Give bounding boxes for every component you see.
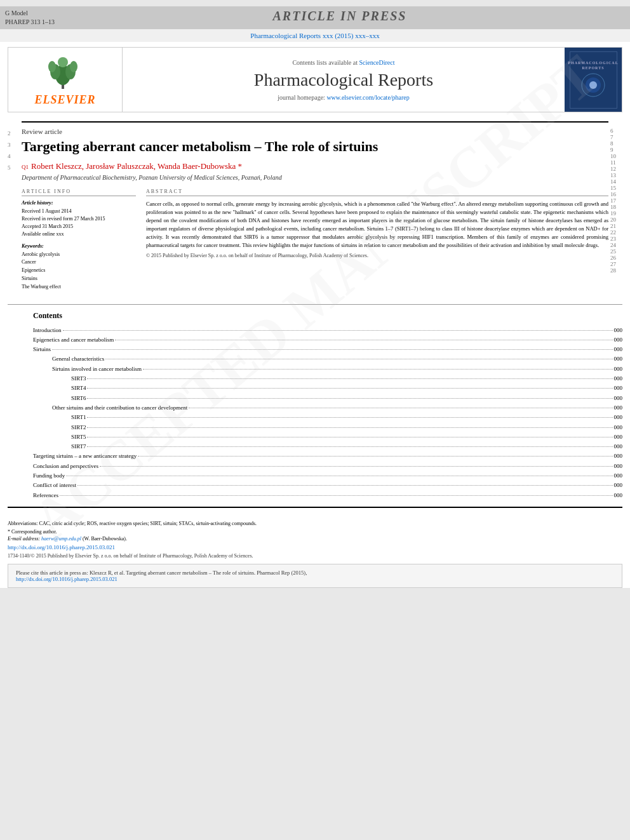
abstract-text: Cancer cells, as opposed to normal cells… — [146, 200, 608, 250]
authors-row: Q1 Robert Kleszcz, Jarosław Paluszczak, … — [22, 161, 608, 174]
toc-targeting: Targeting sirtuins – a new anticancer st… — [8, 451, 622, 461]
svg-point-6 — [58, 57, 68, 67]
main-content: 2 3 4 5 Review article Targeting aberran… — [0, 117, 630, 508]
toc-sirt5: SIRT5 000 — [8, 432, 622, 442]
contents-available-text: Contents lists available at ScienceDirec… — [292, 59, 394, 66]
top-banner: G Model PHAREP 313 1–13 ARTICLE IN PRESS — [0, 6, 630, 29]
cite-doi-link[interactable]: http://dx.doi.org/10.1016/j.pharep.2015.… — [16, 576, 117, 582]
toc-sirt7: SIRT7 000 — [8, 442, 622, 451]
toc-sirt2: SIRT2 000 — [8, 423, 622, 432]
affiliation-text: Department of Pharmaceutical Biochemistr… — [22, 174, 608, 181]
elsevier-logo-area: ELSEVIER — [8, 48, 123, 112]
abbreviations-text: Abbreviations: CAC, citric acid cycle; R… — [8, 521, 622, 526]
toc-conclusion: Conclusion and perspectives 000 — [8, 462, 622, 471]
section-divider — [8, 304, 622, 305]
journal-header: ELSEVIER Contents lists available at Sci… — [8, 47, 622, 112]
toc-general-characteristics: General characteristics 000 — [8, 354, 622, 364]
revised-date: Received in revised form 27 March 2015 — [22, 215, 136, 223]
email-label: E-mail address: — [8, 536, 40, 542]
elsevier-logo: ELSEVIER — [34, 53, 95, 107]
toc-sirt4: SIRT4 000 — [8, 383, 622, 393]
toc-epigenetics: Epigenetics and cancer metabolism 000 — [8, 335, 622, 345]
contents-section: Contents Introduction 000 Epigenetics an… — [8, 311, 622, 500]
pharep-logo-icon — [580, 72, 606, 98]
contents-title: Contents — [8, 311, 622, 321]
keyword-1: Aerobic glycolysis — [22, 251, 136, 259]
journal-url[interactable]: www.elsevier.com/locate/pharep — [326, 94, 409, 101]
toc-sirt3: SIRT3 000 — [8, 374, 622, 383]
toc-introduction: Introduction 000 — [8, 326, 622, 335]
toc-funding: Funding body 000 — [8, 471, 622, 481]
toc-sirt1: SIRT1 000 — [8, 413, 622, 422]
keywords-label: Keywords: — [22, 243, 136, 249]
cite-box: Please cite this article in press as: Kl… — [8, 564, 622, 588]
copyright-footer: 1734-1140/© 2015 Published by Elsevier S… — [8, 553, 622, 559]
journal-homepage: journal homepage: www.elsevier.com/locat… — [278, 94, 410, 101]
toc-sirt6: SIRT6 000 — [8, 394, 622, 403]
elsevier-text: ELSEVIER — [34, 93, 95, 107]
article-info-col: ARTICLE INFO Article history: Received 1… — [22, 189, 136, 291]
abstract-col: ABSTRACT Cancer cells, as opposed to nor… — [146, 189, 608, 291]
title-divider — [22, 121, 608, 123]
keyword-5: The Warburg effect — [22, 283, 136, 291]
authors-list: Robert Kleszcz, Jarosław Paluszczak, Wan… — [31, 161, 242, 171]
abstract-header: ABSTRACT — [146, 189, 608, 196]
article-info-abstract: ARTICLE INFO Article history: Received 1… — [22, 189, 608, 291]
article-info-header: ARTICLE INFO — [22, 189, 136, 196]
right-line-numbers: 6 7 8 9 10 11 12 13 14 15 16 17 18 19 20… — [608, 117, 622, 299]
journal-bar-text: Pharmacological Reports xxx (2015) xxx–x… — [250, 32, 379, 39]
corresponding-note: * Corresponding author. — [8, 529, 622, 535]
g-model-label: G Model — [5, 9, 55, 18]
article-section: 2 3 4 5 Review article Targeting aberran… — [8, 117, 622, 299]
svg-point-5 — [70, 61, 77, 72]
abstract-copyright: © 2015 Published by Elsevier Sp. z o.o. … — [146, 253, 608, 258]
journal-logo-area: PHARMACOLOGICAL REPORTS — [565, 48, 622, 112]
journal-title-area: Contents lists available at ScienceDirec… — [123, 48, 565, 112]
email-suffix: (W. Baer-Dubowska). — [83, 536, 127, 542]
toc-conflict: Conflict of interest 000 — [8, 481, 622, 490]
footer-section-divider — [8, 507, 622, 508]
toc-other-sirtuins: Other sirtuins and their contribution to… — [8, 403, 622, 413]
available-date: Available online xxx — [22, 230, 136, 238]
article-in-press-label: ARTICLE IN PRESS — [55, 9, 625, 23]
q1-badge: Q1 — [22, 164, 29, 170]
pharep-label: PHAREP 313 1–13 — [5, 18, 55, 27]
article-body: Review article Targeting aberrant cancer… — [22, 117, 608, 299]
footer-section: Abbreviations: CAC, citric acid cycle; R… — [0, 521, 630, 559]
article-history-label: Article history: — [22, 200, 136, 206]
keyword-3: Epigenetics — [22, 267, 136, 275]
doi-link[interactable]: http://dx.doi.org/10.1016/j.pharep.2015.… — [8, 544, 622, 550]
cite-text: Please cite this article in press as: Kl… — [16, 570, 307, 576]
toc-sirtuins: Sirtuins 000 — [8, 345, 622, 354]
keyword-2: Cancer — [22, 258, 136, 267]
toc-sirtuins-cancer: Sirtuins involved in cancer metabolism 0… — [8, 364, 622, 374]
sciencedirect-link[interactable]: ScienceDirect — [359, 59, 394, 66]
email-row: E-mail address: haerw@ump.edu.pl (W. Bae… — [8, 536, 622, 542]
toc-references: References 000 — [8, 491, 622, 500]
email-address[interactable]: haerw@ump.edu.pl — [41, 536, 81, 542]
svg-point-9 — [589, 81, 597, 89]
article-title: Targeting aberrant cancer metabolism – T… — [22, 138, 608, 156]
elsevier-tree-icon — [43, 53, 87, 91]
model-info: G Model PHAREP 313 1–13 — [5, 9, 55, 27]
keyword-4: Sirtuins — [22, 275, 136, 283]
left-line-numbers: 2 3 4 5 — [8, 117, 22, 299]
received-date: Received 1 August 2014 — [22, 208, 136, 215]
journal-name: Pharmacological Reports — [254, 70, 433, 90]
accepted-date: Accepted 31 March 2015 — [22, 223, 136, 230]
journal-logo-box: PHARMACOLOGICAL REPORTS — [570, 51, 617, 109]
svg-point-4 — [48, 61, 56, 72]
journal-bar: Pharmacological Reports xxx (2015) xxx–x… — [0, 29, 630, 42]
article-type-label: Review article — [22, 128, 608, 135]
